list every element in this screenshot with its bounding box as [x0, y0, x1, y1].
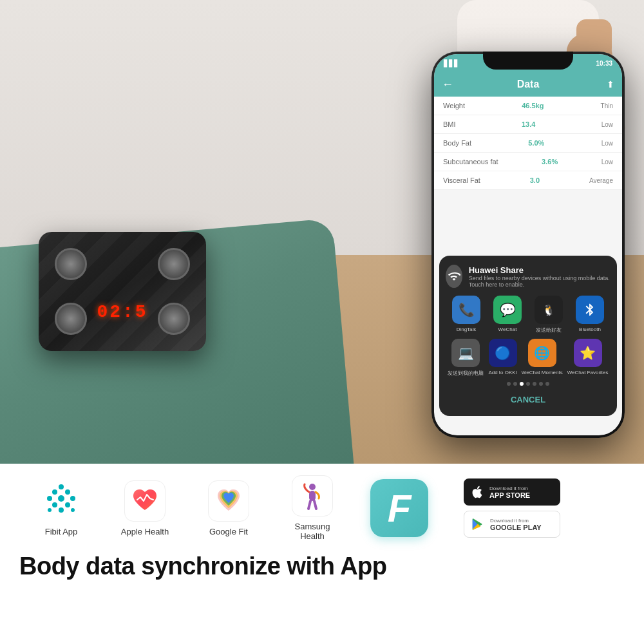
- bluetooth-label: Bluetooth: [579, 327, 601, 332]
- dot-5: [533, 382, 536, 386]
- share-apps-row-1: 📞 DingTalk 💬 WeChat 🐧 发送给好友: [446, 296, 611, 334]
- svg-point-1: [59, 484, 64, 489]
- bluetooth-icon: [576, 296, 604, 324]
- svg-point-9: [59, 507, 64, 513]
- share-app-favorites[interactable]: ⭐ WeChat Favorites: [567, 339, 609, 377]
- app-item-fitbit[interactable]: Fibit App: [19, 480, 103, 536]
- f-app-container[interactable]: F: [370, 479, 428, 537]
- share-app-wechat[interactable]: 💬 WeChat: [493, 296, 522, 334]
- headline: Body data synchronize with App: [19, 547, 625, 580]
- svg-point-7: [52, 502, 57, 507]
- dot-6: [539, 382, 543, 386]
- okki-label: Add to OKKI: [488, 370, 516, 375]
- share-overlay: Huawei Share Send files to nearby device…: [439, 256, 617, 416]
- svg-point-3: [65, 489, 70, 495]
- app-store-text: Download it from APP STORE: [489, 486, 530, 499]
- svg-point-12: [309, 484, 316, 490]
- svg-point-10: [48, 508, 52, 512]
- f-app-letter: F: [388, 486, 412, 531]
- bmi-label: BMI: [443, 120, 456, 128]
- phone-share-button[interactable]: ⬆: [607, 79, 614, 90]
- phone-back-button[interactable]: ←: [442, 78, 453, 91]
- data-row-bodyfat: Body Fat 5.0% Low: [434, 134, 622, 153]
- subcutaneous-value: 3.6%: [542, 158, 558, 166]
- bodyfat-value: 5.0%: [528, 139, 544, 147]
- svg-point-6: [70, 496, 75, 501]
- app-item-samsung-health[interactable]: Samsung Health: [270, 475, 354, 541]
- phone-time: 10:33: [596, 60, 612, 67]
- samsung-health-icon: [292, 475, 333, 516]
- data-row-weight: Weight 46.5kg Thin: [434, 97, 622, 115]
- pc-icon: 💻: [451, 339, 480, 367]
- dingtalk-icon: 📞: [452, 296, 480, 324]
- app-item-apple-health[interactable]: Apple Health: [103, 480, 187, 536]
- svg-point-8: [65, 502, 70, 507]
- moments-label: WeChat Moments: [522, 370, 563, 375]
- scale-display: 02:5: [97, 302, 147, 322]
- phone-signal: ▋▋▋: [444, 60, 459, 67]
- dot-7: [545, 382, 549, 386]
- google-play-text: Download it from GOOGLE PLAY: [490, 518, 542, 531]
- share-cancel-button[interactable]: CANCEL: [446, 390, 611, 410]
- dot-2: [513, 382, 517, 386]
- samsung-health-label: Samsung Health: [295, 522, 330, 541]
- dingtalk-label: DingTalk: [457, 327, 477, 332]
- bodyfat-label: Body Fat: [443, 139, 471, 147]
- scale: 02:5: [39, 232, 206, 361]
- app-store-small: Download it from: [489, 486, 530, 491]
- google-fit-label: Google Fit: [209, 527, 248, 536]
- scale-pad-tr: [158, 248, 190, 280]
- visceral-label: Visceral Fat: [443, 176, 480, 184]
- visceral-status: Average: [589, 177, 613, 184]
- share-app-qq[interactable]: 🐧 发送给好友: [535, 296, 563, 334]
- svg-point-11: [71, 508, 75, 512]
- svg-point-2: [52, 489, 57, 495]
- apple-health-icon: [124, 480, 166, 522]
- phone-screen: ▋▋▋ 10:33 ← Data ⬆ Weight 46.5kg Thin: [434, 54, 622, 435]
- data-row-bmi: BMI 13.4 Low: [434, 115, 622, 134]
- google-play-small: Download it from: [490, 518, 542, 524]
- google-fit-svg: [213, 485, 245, 517]
- share-wifi-icon: [446, 265, 462, 288]
- weight-status: Thin: [601, 102, 613, 109]
- svg-point-5: [58, 495, 64, 502]
- google-fit-icon: [208, 480, 249, 522]
- weight-value: 46.5kg: [522, 102, 544, 109]
- page-wrapper: 02:5 ▋▋▋ 10:33 ← Data ⬆: [0, 0, 644, 644]
- f-app-icon: F: [370, 479, 428, 537]
- app-store-badge[interactable]: Download it from APP STORE: [464, 478, 560, 506]
- share-title: Huawei Share: [469, 265, 611, 275]
- bmi-value: 13.4: [522, 120, 535, 128]
- data-row-subcutaneous: Subcutaneous fat 3.6% Low: [434, 153, 622, 171]
- wechat-icon: 💬: [493, 296, 522, 324]
- svg-rect-13: [309, 491, 316, 501]
- subcutaneous-label: Subcutaneous fat: [443, 158, 498, 166]
- subcutaneous-status: Low: [601, 158, 613, 166]
- okki-icon: 🔵: [489, 339, 517, 367]
- dot-1: [507, 382, 511, 386]
- app-item-google-fit[interactable]: Google Fit: [187, 480, 270, 536]
- google-play-icon: [471, 517, 485, 531]
- qq-label: 发送给好友: [536, 327, 562, 334]
- apple-health-label: Apple Health: [121, 527, 169, 536]
- favorites-icon: ⭐: [574, 339, 602, 367]
- share-app-okki[interactable]: 🔵 Add to OKKI: [488, 339, 516, 377]
- scale-pad-br: [158, 303, 190, 335]
- bmi-status: Low: [601, 121, 613, 128]
- phone-outer: ▋▋▋ 10:33 ← Data ⬆ Weight 46.5kg Thin: [431, 52, 625, 438]
- fitbit-label: Fibit App: [45, 527, 78, 536]
- phone-header: ← Data ⬆: [434, 72, 622, 97]
- favorites-label: WeChat Favorites: [567, 370, 609, 375]
- google-play-large: GOOGLE PLAY: [490, 524, 542, 531]
- scale-body: 02:5: [39, 232, 206, 351]
- share-app-moments[interactable]: 🌐 WeChat Moments: [522, 339, 563, 377]
- google-play-badge[interactable]: Download it from GOOGLE PLAY: [464, 511, 560, 538]
- share-app-dingtalk[interactable]: 📞 DingTalk: [452, 296, 480, 334]
- pc-label: 发送到我的电脑: [448, 370, 484, 377]
- phone-notch: [483, 52, 573, 70]
- dot-4: [526, 382, 530, 386]
- share-subtitle: Send files to nearby devices without usi…: [469, 275, 611, 288]
- share-app-pc[interactable]: 💻 发送到我的电脑: [448, 339, 484, 377]
- samsung-health-svg: [297, 480, 328, 511]
- share-app-bluetooth[interactable]: Bluetooth: [576, 296, 604, 334]
